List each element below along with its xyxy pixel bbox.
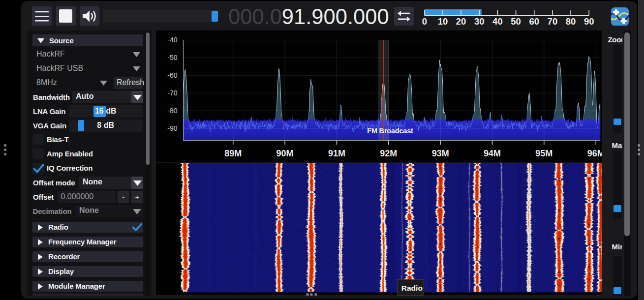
svg-text:30: 30: [474, 16, 485, 27]
svg-text:FM Broadcast: FM Broadcast: [367, 127, 413, 135]
svg-text:50: 50: [511, 16, 521, 27]
svg-text:60: 60: [529, 16, 540, 27]
svg-text:0: 0: [422, 16, 427, 27]
svg-text:90M: 90M: [276, 149, 294, 158]
svg-text:92M: 92M: [380, 149, 397, 158]
svg-text:70: 70: [548, 16, 558, 27]
svg-text:93M: 93M: [432, 149, 449, 158]
svg-text:94M: 94M: [484, 149, 501, 158]
svg-text:80: 80: [566, 16, 576, 27]
svg-text:10: 10: [438, 16, 448, 27]
svg-text:-40: -40: [167, 36, 177, 44]
svg-text:89M: 89M: [224, 149, 242, 158]
svg-text:-70: -70: [167, 89, 177, 97]
svg-text:95M: 95M: [535, 149, 552, 158]
svg-text:90: 90: [584, 16, 594, 27]
svg-text:91M: 91M: [328, 149, 345, 158]
svg-text:-80: -80: [167, 107, 177, 115]
svg-text:40: 40: [492, 16, 503, 27]
svg-text:-90: -90: [167, 124, 177, 132]
svg-text:96M: 96M: [587, 149, 602, 158]
svg-text:-50: -50: [167, 54, 177, 61]
svg-text:-60: -60: [167, 71, 177, 79]
svg-text:20: 20: [456, 16, 466, 27]
